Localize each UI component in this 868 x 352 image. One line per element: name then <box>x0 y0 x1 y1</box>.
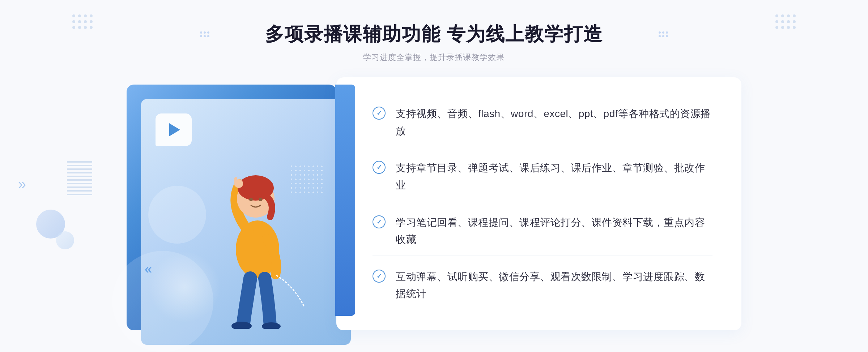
top-left-dots-decoration <box>72 14 93 29</box>
check-icon-4: ✓ <box>373 270 386 283</box>
feature-text-1: 支持视频、音频、flash、word、excel、ppt、pdf等各种格式的资源… <box>396 105 712 139</box>
feature-text-2: 支持章节目录、弹题考试、课后练习、课后作业、章节测验、批改作业 <box>396 159 712 194</box>
side-circle-2-decoration <box>56 231 74 249</box>
feature-item-2: ✓ 支持章节目录、弹题考试、课后练习、课后作业、章节测验、批改作业 <box>373 152 712 201</box>
page-container: » 多项录播课辅助功能 专为线上教学打造 学习进度全掌握，提升录播课教学效果 <box>0 0 868 352</box>
illustration-chevron: « <box>145 262 152 277</box>
check-icon-1: ✓ <box>373 107 386 120</box>
header-deco-right <box>659 31 668 37</box>
left-chevron-decoration: » <box>18 176 26 192</box>
content-area: « ✓ 支持视频、音频、flash、word、excel、ppt、pdf等各种格… <box>127 77 741 330</box>
features-panel: ✓ 支持视频、音频、flash、word、excel、ppt、pdf等各种格式的… <box>336 77 741 330</box>
check-icon-3: ✓ <box>373 215 386 228</box>
feature-item-4: ✓ 互动弹幕、试听购买、微信分享、观看次数限制、学习进度跟踪、数据统计 <box>373 261 712 310</box>
check-mark-1: ✓ <box>376 109 382 117</box>
check-mark-4: ✓ <box>376 272 382 280</box>
top-right-dots-decoration <box>775 14 796 29</box>
check-mark-3: ✓ <box>376 218 382 226</box>
person-illustration <box>192 126 323 330</box>
stripes-decoration <box>67 159 92 195</box>
illustration-panel: « <box>127 85 336 330</box>
svg-point-6 <box>259 198 262 201</box>
feature-text-3: 学习笔记回看、课程提问、课程评论打分、课件资料下载，重点内容收藏 <box>396 214 712 248</box>
header-deco-left <box>200 31 209 37</box>
play-bubble <box>156 113 192 146</box>
check-icon-2: ✓ <box>373 161 386 174</box>
feature-item-1: ✓ 支持视频、音频、flash、word、excel、ppt、pdf等各种格式的… <box>373 98 712 147</box>
feature-text-4: 互动弹幕、试听购买、微信分享、观看次数限制、学习进度跟踪、数据统计 <box>396 268 712 302</box>
feature-item-3: ✓ 学习笔记回看、课程提问、课程评论打分、课件资料下载，重点内容收藏 <box>373 207 712 256</box>
svg-point-5 <box>249 198 253 201</box>
blue-vertical-bar <box>335 85 355 316</box>
header-section: 多项录播课辅助功能 专为线上教学打造 学习进度全掌握，提升录播课教学效果 <box>265 0 603 74</box>
subtitle: 学习进度全掌握，提升录播课教学效果 <box>265 52 603 63</box>
svg-rect-8 <box>234 177 237 186</box>
main-title: 多项录播课辅助功能 专为线上教学打造 <box>265 22 603 47</box>
play-icon <box>169 123 180 136</box>
check-mark-2: ✓ <box>376 163 382 171</box>
